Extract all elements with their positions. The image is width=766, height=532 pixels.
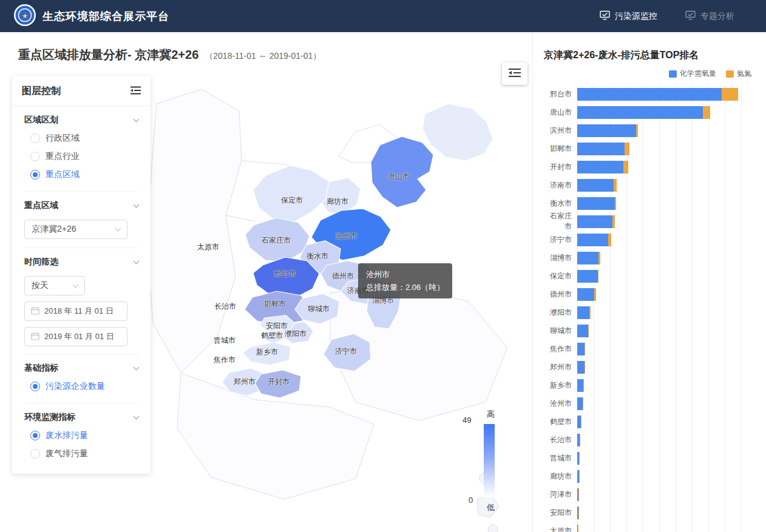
stacked-bar[interactable]	[577, 197, 616, 210]
bar-segment-氨氮[interactable]	[589, 306, 591, 319]
map-area[interactable]: 太原市保定市廊坊市唐山市石家庄市沧州市衡水市邢台市德州市济南市邯郸市聊城市淄博市…	[0, 32, 532, 532]
nav-item-pollution-monitoring[interactable]: 污染源监控	[600, 10, 657, 22]
radio-option-行政区域[interactable]: 行政区域	[24, 129, 138, 147]
radio-circle[interactable]	[30, 170, 40, 180]
bar-segment-化学需氧量[interactable]	[577, 361, 585, 374]
bar-segment-氨氮[interactable]	[578, 525, 578, 532]
map-layer-toggle-button[interactable]	[502, 62, 527, 85]
bar-segment-氨氮[interactable]	[585, 361, 585, 374]
bar-segment-化学需氧量[interactable]	[577, 161, 623, 173]
bar-segment-氨氮[interactable]	[583, 397, 583, 410]
layer-list-icon[interactable]	[130, 86, 141, 97]
bar-segment-化学需氧量[interactable]	[577, 270, 598, 283]
bar-segment-化学需氧量[interactable]	[577, 252, 598, 264]
stacked-bar[interactable]	[577, 525, 578, 532]
stacked-bar[interactable]	[577, 416, 581, 428]
chart-row-焦作市[interactable]: 焦作市	[544, 340, 758, 358]
stacked-bar[interactable]	[577, 507, 579, 519]
end-date-input[interactable]: 2019 年 01 月 01 日	[24, 327, 127, 346]
chart-row-廊坊市[interactable]: 廊坊市	[544, 467, 758, 485]
bar-segment-化学需氧量[interactable]	[577, 397, 583, 410]
stacked-bar[interactable]	[577, 343, 585, 355]
bar-segment-氨氮[interactable]	[615, 197, 616, 210]
bar-segment-氨氮[interactable]	[625, 143, 629, 155]
radio-circle[interactable]	[30, 382, 40, 391]
section-env-indicator-header[interactable]: 环境监测指标	[24, 411, 138, 426]
chart-row-保定市[interactable]: 保定市	[544, 267, 758, 285]
radio-circle[interactable]	[30, 152, 40, 161]
chart-row-沧州市[interactable]: 沧州市	[544, 394, 758, 412]
chart-row-鹤壁市[interactable]: 鹤壁市	[544, 412, 758, 431]
bar-segment-化学需氧量[interactable]	[577, 343, 585, 355]
granularity-select[interactable]: 按天	[24, 276, 85, 295]
bar-segment-氨氮[interactable]	[579, 470, 580, 483]
chart-row-济宁市[interactable]: 济宁市	[544, 231, 758, 249]
stacked-bar[interactable]	[577, 361, 585, 374]
bar-segment-氨氮[interactable]	[612, 215, 615, 228]
chart-row-菏泽市[interactable]: 菏泽市	[544, 485, 758, 503]
bar-segment-氨氮[interactable]	[722, 88, 738, 101]
stacked-bar[interactable]	[577, 306, 591, 319]
bar-segment-化学需氧量[interactable]	[577, 106, 703, 119]
bar-segment-氨氮[interactable]	[578, 507, 579, 519]
stacked-bar[interactable]	[577, 379, 584, 392]
chart-row-郑州市[interactable]: 郑州市	[544, 358, 758, 376]
bar-segment-氨氮[interactable]	[623, 161, 628, 173]
chart-row-晋城市[interactable]: 晋城市	[544, 449, 758, 467]
bar-segment-氨氮[interactable]	[598, 252, 600, 264]
bar-segment-化学需氧量[interactable]	[577, 306, 589, 319]
chart-row-开封市[interactable]: 开封市	[544, 158, 758, 176]
chart-row-济南市[interactable]: 济南市	[544, 176, 758, 194]
section-key-region-header[interactable]: 重点区域	[24, 199, 138, 215]
stacked-bar[interactable]	[577, 161, 628, 173]
bar-segment-化学需氧量[interactable]	[577, 325, 588, 337]
bar-segment-化学需氧量[interactable]	[577, 88, 722, 101]
bar-segment-化学需氧量[interactable]	[577, 288, 594, 301]
stacked-bar[interactable]	[577, 470, 580, 483]
chart-row-太原市[interactable]: 太原市	[544, 522, 758, 532]
stacked-bar[interactable]	[577, 143, 629, 155]
bar-segment-化学需氧量[interactable]	[577, 179, 614, 192]
bar-segment-氨氮[interactable]	[585, 343, 585, 355]
stacked-bar[interactable]	[577, 88, 738, 101]
stacked-bar[interactable]	[577, 106, 710, 119]
radio-circle[interactable]	[30, 133, 40, 143]
bar-segment-氨氮[interactable]	[581, 416, 581, 428]
map-region-baoding[interactable]	[253, 166, 329, 222]
stacked-bar[interactable]	[577, 452, 580, 465]
radio-option-废气排污量[interactable]: 废气排污量	[24, 445, 138, 463]
radio-option-废水排污量[interactable]: 废水排污量	[24, 426, 138, 445]
section-basic-indicator-header[interactable]: 基础指标	[24, 362, 138, 377]
bar-segment-化学需氧量[interactable]	[577, 197, 615, 210]
radio-option-重点行业[interactable]: 重点行业	[24, 147, 138, 166]
bar-segment-氨氮[interactable]	[580, 434, 580, 446]
map-region-tianjin[interactable]	[422, 104, 493, 161]
stacked-bar[interactable]	[577, 234, 611, 246]
stacked-bar[interactable]	[577, 288, 596, 301]
radio-circle[interactable]	[30, 449, 40, 459]
nav-item-thematic-analysis[interactable]: 专题分析	[685, 10, 734, 22]
stacked-bar[interactable]	[577, 179, 617, 192]
stacked-bar[interactable]	[577, 215, 615, 228]
bar-segment-氨氮[interactable]	[608, 234, 611, 246]
chart-row-新乡市[interactable]: 新乡市	[544, 376, 758, 394]
bar-segment-氨氮[interactable]	[594, 288, 596, 301]
stacked-bar[interactable]	[577, 434, 580, 446]
chart-row-唐山市[interactable]: 唐山市	[544, 103, 758, 121]
stacked-bar[interactable]	[577, 252, 600, 264]
legend-item-氨氮[interactable]: 氨氮	[726, 69, 751, 79]
bar-segment-化学需氧量[interactable]	[577, 379, 583, 392]
bar-segment-氨氮[interactable]	[588, 325, 589, 337]
chart-row-邯郸市[interactable]: 邯郸市	[544, 140, 758, 158]
bar-segment-氨氮[interactable]	[583, 379, 584, 392]
chart-row-淄博市[interactable]: 淄博市	[544, 249, 758, 267]
region-select[interactable]: 京津冀2+26	[24, 220, 127, 239]
radio-option-重点区域[interactable]: 重点区域	[24, 166, 138, 184]
bar-segment-化学需氧量[interactable]	[577, 124, 636, 137]
chart-row-濮阳市[interactable]: 濮阳市	[544, 303, 758, 322]
bar-segment-化学需氧量[interactable]	[577, 143, 625, 155]
chart-row-聊城市[interactable]: 聊城市	[544, 322, 758, 340]
chart-row-德州市[interactable]: 德州市	[544, 285, 758, 303]
bar-segment-氨氮[interactable]	[578, 488, 579, 501]
chart-row-滨州市[interactable]: 滨州市	[544, 121, 758, 140]
